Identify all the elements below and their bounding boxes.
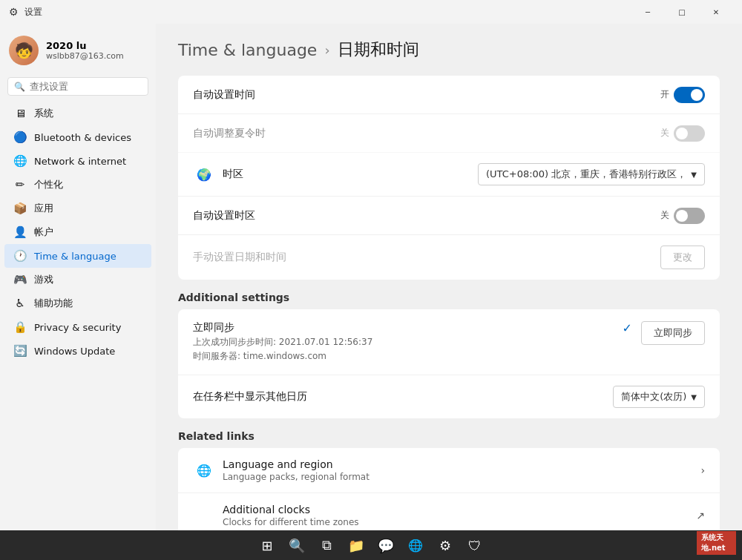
window-controls: ─ □ ✕ — [631, 0, 733, 24]
privacy-icon: 🔒 — [13, 320, 27, 334]
nav-item-gaming[interactable]: 🎮 游戏 — [4, 268, 151, 291]
sync-now-button[interactable]: 立即同步 — [641, 321, 705, 345]
breadcrumb-parent: Time & language — [178, 41, 317, 59]
user-profile[interactable]: 🧒 2020 lu wslbb87@163.com — [0, 24, 156, 74]
update-icon: 🔄 — [13, 344, 27, 358]
nav-item-time[interactable]: 🕐 Time & language — [4, 244, 151, 268]
timezone-icon: 🌍 — [193, 168, 215, 182]
task-view-icon[interactable]: ⧉ — [313, 532, 340, 559]
auto-dst-toggle[interactable] — [674, 125, 705, 142]
edge-icon[interactable]: 🌐 — [402, 532, 429, 559]
time-icon: 🕐 — [13, 249, 27, 263]
nav-item-accessibility[interactable]: ♿ 辅助功能 — [4, 291, 151, 315]
language-region-row[interactable]: 🌐 Language and region Language packs, re… — [178, 448, 720, 493]
taskbar-center: ⊞ 🔍 ⧉ 📁 💬 🌐 ⚙ 🛡 — [254, 532, 488, 559]
search-box[interactable]: 🔍 — [7, 77, 148, 96]
accounts-icon: 👤 — [13, 225, 27, 239]
language-region-content: Language and region Language packs, regi… — [223, 458, 700, 482]
additional-settings-card: 立即同步 上次成功同步步时间: 2021.07.01 12:56:37 时间服务… — [178, 309, 720, 418]
chat-icon[interactable]: 💬 — [372, 532, 399, 559]
additional-clocks-subtitle: Clocks for different time zones — [223, 517, 696, 527]
additional-clocks-row[interactable]: Additional clocks Clocks for different t… — [178, 493, 720, 530]
search-icon: 🔍 — [14, 82, 25, 92]
timezone-row: 🌍 时区 (UTC+08:00) 北京，重庆，香港特别行政区， ▼ — [178, 153, 720, 197]
nav-item-system[interactable]: 🖥 系统 — [4, 102, 151, 125]
search-taskbar-icon[interactable]: 🔍 — [283, 532, 310, 559]
toggle-thumb-tz — [676, 210, 688, 222]
external-link-icon: ↗ — [696, 510, 705, 521]
file-explorer-icon[interactable]: 📁 — [343, 532, 370, 559]
accessibility-icon: ♿ — [13, 297, 27, 310]
auto-dst-label: 自动调整夏令时 — [193, 127, 660, 140]
timezone-dropdown[interactable]: (UTC+08:00) 北京，重庆，香港特别行政区， ▼ — [478, 163, 705, 185]
user-email: wslbb87@163.com — [46, 51, 124, 61]
app-container: 🧒 2020 lu wslbb87@163.com 🔍 🖥 系统 🔵 Bluet… — [0, 24, 742, 530]
nav-item-network[interactable]: 🌐 Network & internet — [4, 149, 151, 173]
apps-icon: 📦 — [13, 202, 27, 215]
auto-timezone-value: 关 — [660, 209, 669, 222]
additional-settings-header: Additional settings — [178, 291, 720, 303]
shield-taskbar-icon[interactable]: 🛡 — [462, 532, 488, 559]
sync-row: 立即同步 上次成功同步步时间: 2021.07.01 12:56:37 时间服务… — [178, 309, 720, 375]
additional-clocks-title: Additional clocks — [223, 504, 696, 515]
auto-dst-row: 自动调整夏令时 关 — [178, 114, 720, 153]
auto-time-label: 自动设置时间 — [193, 88, 660, 102]
search-input[interactable] — [30, 81, 154, 92]
manual-datetime-button[interactable]: 更改 — [660, 246, 705, 269]
sync-sublabel2: 时间服务器: time.windows.com — [193, 350, 623, 363]
sidebar: 🧒 2020 lu wslbb87@163.com 🔍 🖥 系统 🔵 Bluet… — [0, 24, 156, 530]
breadcrumb-separator: › — [324, 42, 329, 58]
toggle-thumb — [691, 89, 703, 101]
maximize-button[interactable]: □ — [665, 0, 699, 24]
nav-item-personalization[interactable]: ✏ 个性化 — [4, 173, 151, 197]
sync-checkmark: ✓ — [623, 321, 632, 335]
timezone-value: (UTC+08:00) 北京，重庆，香港特别行政区， — [486, 168, 686, 181]
user-name: 2020 lu — [46, 40, 124, 51]
bluetooth-icon: 🔵 — [13, 131, 27, 144]
language-icon: 🌐 — [193, 464, 215, 478]
gaming-icon: 🎮 — [13, 273, 27, 286]
system-icon: 🖥 — [13, 107, 27, 120]
nav-item-apps[interactable]: 📦 应用 — [4, 197, 151, 220]
related-links-card: 🌐 Language and region Language packs, re… — [178, 448, 720, 530]
language-region-subtitle: Language packs, regional format — [223, 472, 700, 482]
other-calendars-label: 在任务栏中显示其他日历 — [193, 390, 613, 403]
manual-datetime-label: 手动设置日期和时间 — [193, 251, 660, 264]
nav-item-privacy[interactable]: 🔒 Privacy & security — [4, 315, 151, 339]
timezone-label: 时区 — [223, 168, 478, 181]
nav-item-windows-update[interactable]: 🔄 Windows Update — [4, 339, 151, 363]
sync-label: 立即同步 — [193, 321, 623, 335]
start-button[interactable]: ⊞ — [254, 532, 280, 559]
manual-datetime-row: 手动设置日期和时间 更改 — [178, 235, 720, 280]
related-links-header: Related links — [178, 430, 720, 442]
auto-time-value: 开 — [660, 88, 669, 101]
auto-timezone-label: 自动设置时区 — [193, 209, 660, 223]
language-region-title: Language and region — [223, 458, 700, 470]
calendars-dropdown[interactable]: 简体中文(农历) ▼ — [613, 386, 705, 408]
auto-timezone-toggle[interactable] — [674, 208, 705, 224]
auto-dst-value: 关 — [660, 127, 669, 139]
window-title: 设置 — [24, 6, 42, 19]
breadcrumb-current: 日期和时间 — [338, 39, 419, 61]
settings-window-icon: ⚙ — [9, 6, 19, 18]
personalization-icon: ✏ — [13, 178, 27, 191]
calendars-value: 简体中文(农历) — [621, 390, 686, 403]
nav-item-bluetooth[interactable]: 🔵 Bluetooth & devices — [4, 125, 151, 149]
auto-time-toggle[interactable] — [674, 87, 705, 103]
settings-taskbar-icon[interactable]: ⚙ — [432, 532, 459, 559]
auto-timezone-row: 自动设置时区 关 — [178, 197, 720, 235]
content-area: Time & language › 日期和时间 自动设置时间 开 自动调整夏令时… — [156, 24, 742, 530]
taskbar-right: 12:562021/7/1 系统天地.net — [697, 536, 736, 555]
taskbar: ⊞ 🔍 ⧉ 📁 💬 🌐 ⚙ 🛡 12:562021/7/1 系统天地.net — [0, 530, 742, 560]
additional-clocks-content: Additional clocks Clocks for different t… — [223, 504, 696, 527]
other-calendars-row: 在任务栏中显示其他日历 简体中文(农历) ▼ — [178, 375, 720, 418]
calendar-chevron-icon: ▼ — [691, 393, 697, 401]
minimize-button[interactable]: ─ — [631, 0, 665, 24]
avatar: 🧒 — [9, 36, 39, 65]
nav-item-accounts[interactable]: 👤 帐户 — [4, 220, 151, 244]
title-bar: ⚙ 设置 ─ □ ✕ — [0, 0, 742, 24]
language-region-chevron-icon: › — [700, 464, 705, 476]
close-button[interactable]: ✕ — [699, 0, 733, 24]
network-icon: 🌐 — [13, 154, 27, 168]
sync-sublabel1: 上次成功同步步时间: 2021.07.01 12:56:37 — [193, 336, 623, 349]
